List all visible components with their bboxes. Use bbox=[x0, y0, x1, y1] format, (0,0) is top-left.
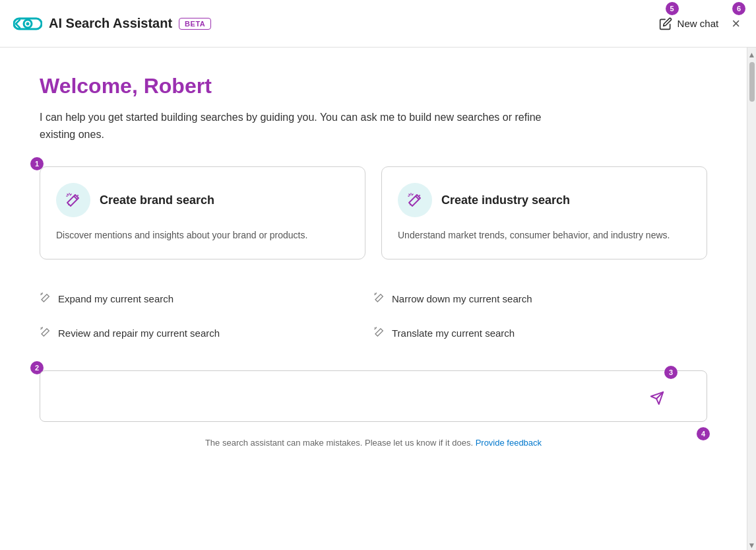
card-header: Create brand search bbox=[56, 183, 349, 217]
action-expand[interactable]: Expand my current search bbox=[40, 283, 373, 315]
badge-3: 3 bbox=[664, 366, 677, 379]
action-icon-4 bbox=[373, 327, 385, 340]
disclaimer-text: The search assistant can make mistakes. … bbox=[205, 438, 473, 448]
new-chat-icon bbox=[659, 17, 672, 30]
content-area: Welcome, Robert I can help you get start… bbox=[0, 48, 747, 550]
send-button[interactable] bbox=[650, 391, 664, 405]
brand-search-description: Discover mentions and insights about you… bbox=[56, 228, 349, 242]
badge-4: 4 bbox=[697, 427, 710, 440]
welcome-subtitle: I can help you get started building sear… bbox=[40, 109, 554, 143]
action-icon-3 bbox=[40, 327, 51, 340]
action-expand-label: Expand my current search bbox=[58, 293, 173, 304]
industry-search-title: Create industry search bbox=[441, 193, 570, 207]
svg-point-6 bbox=[410, 204, 411, 205]
new-chat-label: New chat bbox=[677, 18, 719, 29]
card-header-2: Create industry search bbox=[398, 183, 691, 217]
header-left: AI Search Assistant BETA bbox=[13, 14, 211, 34]
header-right: 5 New chat 6 × bbox=[659, 14, 743, 34]
badge-5: 5 bbox=[666, 2, 679, 15]
svg-point-4 bbox=[68, 204, 69, 205]
beta-badge: BETA bbox=[179, 18, 211, 30]
actions-grid: Expand my current search Narrow down my … bbox=[40, 283, 707, 349]
app-title: AI Search Assistant bbox=[49, 16, 172, 31]
action-review-label: Review and repair my current search bbox=[58, 327, 220, 339]
cards-row: 1 Create brand search Disc bbox=[40, 166, 707, 259]
footer: The search assistant can make mistakes. … bbox=[40, 432, 707, 453]
feedback-link[interactable]: Provide feedback bbox=[476, 438, 542, 448]
wand-icon-2 bbox=[407, 192, 423, 208]
action-narrow-label: Narrow down my current search bbox=[392, 293, 532, 304]
industry-search-description: Understand market trends, consumer behav… bbox=[398, 228, 691, 242]
action-translate-label: Translate my current search bbox=[392, 327, 515, 339]
brand-search-title: Create brand search bbox=[100, 193, 214, 207]
action-icon-2 bbox=[373, 292, 385, 306]
input-section: 2 3 bbox=[40, 370, 707, 422]
scroll-up-arrow[interactable]: ▲ bbox=[748, 50, 756, 59]
header: AI Search Assistant BETA 5 New chat 6 × bbox=[0, 0, 756, 48]
action-icon-1 bbox=[40, 292, 51, 306]
action-translate[interactable]: Translate my current search bbox=[373, 318, 707, 349]
new-chat-button[interactable]: New chat bbox=[659, 17, 719, 30]
svg-point-5 bbox=[419, 195, 420, 196]
wand-icon bbox=[65, 192, 81, 208]
create-brand-search-card[interactable]: Create brand search Discover mentions an… bbox=[40, 166, 365, 259]
main-wrapper: Welcome, Robert I can help you get start… bbox=[0, 48, 756, 550]
svg-point-2 bbox=[26, 22, 30, 25]
send-icon bbox=[650, 391, 664, 405]
chat-input-wrapper: 3 bbox=[40, 370, 707, 422]
scrollbar: ▲ ▼ bbox=[747, 48, 756, 550]
chat-input[interactable] bbox=[51, 379, 672, 411]
svg-point-3 bbox=[77, 195, 79, 196]
welcome-heading: Welcome, Robert bbox=[40, 74, 707, 98]
logo-icon bbox=[13, 14, 42, 34]
action-review[interactable]: Review and repair my current search bbox=[40, 318, 373, 349]
scroll-thumb[interactable] bbox=[749, 62, 755, 102]
action-narrow[interactable]: Narrow down my current search bbox=[373, 283, 707, 315]
scroll-track bbox=[749, 62, 755, 538]
brand-search-icon-circle bbox=[56, 183, 90, 217]
close-button[interactable]: × bbox=[729, 14, 743, 34]
badge-6: 6 bbox=[732, 2, 745, 15]
industry-search-icon-circle bbox=[398, 183, 432, 217]
create-industry-search-card[interactable]: Create industry search Understand market… bbox=[381, 166, 707, 259]
scroll-down-arrow[interactable]: ▼ bbox=[748, 541, 756, 550]
